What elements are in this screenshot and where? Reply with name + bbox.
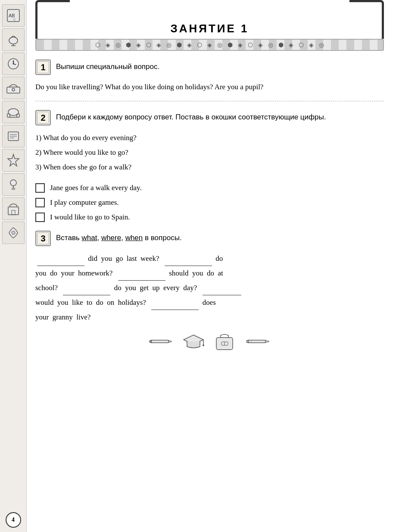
fill-line-2[interactable] — [165, 257, 212, 266]
exercise2-header: 2 Подбери к каждому вопросу ответ. Поста… — [35, 110, 384, 125]
answer-text-1: Jane goes for a walk every day. — [50, 181, 142, 195]
exercise3-what: what — [82, 234, 97, 242]
sidebar-item-4 — [2, 77, 25, 99]
svg-rect-35 — [246, 341, 249, 342]
svg-point-30 — [203, 344, 204, 346]
exercise3-when: when — [125, 234, 143, 242]
graduation-cap-icon — [183, 333, 204, 350]
exercise1-badge: 1 — [35, 59, 51, 75]
exercise3-where: where — [101, 234, 121, 242]
exercise3-header: 3 Вставь what, where, when в вопросы. — [35, 231, 384, 246]
pencil-icon — [148, 335, 174, 348]
sidebar-item-5 — [2, 101, 25, 123]
decorative-strip: ⬡◈◎⬢◈ ⬡◈◎⬢◈ ⬡◈◎⬢◈ ⬡◈◎⬢◈ ⬡◈◎ — [35, 39, 384, 51]
sidebar-item-6 — [2, 125, 25, 147]
sidebar-item-3 — [2, 53, 25, 75]
page-title: ЗАНЯТИЕ 1 — [70, 22, 349, 35]
question-list: 1) What do you do every evening? 2) Wher… — [35, 131, 384, 175]
sidebar-item-8 — [2, 173, 25, 196]
svg-point-3 — [9, 37, 18, 44]
svg-rect-34 — [247, 340, 265, 343]
sidebar-item-2 — [2, 28, 25, 51]
bottom-icons — [35, 332, 384, 355]
answer-box-2[interactable] — [35, 198, 45, 207]
main-content: ЗАНЯТИЕ 1 ⬡◈◎⬢◈ ⬡◈◎⬢◈ ⬡◈◎⬢◈ ⬡◈◎⬢◈ ⬡◈◎ 1 … — [27, 0, 396, 532]
fill-line-5[interactable] — [203, 287, 241, 295]
fill-line-1[interactable] — [37, 257, 84, 266]
svg-rect-23 — [8, 207, 19, 215]
exercise1-header: 1 Выпиши специальный вопрос. — [35, 59, 384, 75]
sidebar-item-1: AB C — [2, 4, 25, 27]
exercise3-badge: 3 — [35, 231, 51, 246]
fill-line-4[interactable] — [63, 287, 110, 295]
answer-box-3[interactable] — [35, 213, 45, 222]
sidebar-item-9 — [2, 197, 25, 220]
svg-point-9 — [12, 63, 14, 65]
sidebar-item-10 — [2, 222, 25, 244]
exercise3-instruction-prefix: Вставь — [56, 234, 82, 242]
svg-point-25 — [12, 231, 15, 235]
fill-line-3[interactable] — [118, 272, 165, 281]
exercise2-instruction: Подбери к каждому вопросу ответ. Поставь… — [56, 110, 326, 123]
fill-line-6[interactable] — [151, 301, 199, 310]
answer-list: Jane goes for a walk every day. I play c… — [35, 181, 384, 225]
frame-corner-right — [349, 0, 384, 39]
svg-rect-26 — [150, 340, 168, 343]
question-2: 2) Where would you like to go? — [35, 145, 384, 160]
eraser-icon — [245, 335, 271, 348]
strip-inner: ⬡◈◎⬢◈ ⬡◈◎⬢◈ ⬡◈◎⬢◈ ⬡◈◎⬢◈ ⬡◈◎ — [95, 41, 324, 49]
answer-item-3: I would like to go to Spain. — [35, 210, 384, 225]
answer-text-2: I play computer games. — [50, 195, 119, 210]
exercise1-text: Do you like travelling? What do you like… — [35, 80, 384, 94]
svg-text:C: C — [13, 18, 16, 22]
answer-item-1: Jane goes for a walk every day. — [35, 181, 384, 195]
answer-item-2: I play computer games. — [35, 195, 384, 210]
frame-corner-left — [35, 0, 70, 39]
frame-title-area: ЗАНЯТИЕ 1 — [70, 22, 349, 39]
question-3: 3) When does she go for a walk? — [35, 160, 384, 175]
svg-point-20 — [10, 180, 16, 186]
answer-text-3: I would like to go to Spain. — [50, 210, 130, 225]
top-frame: ЗАНЯТИЕ 1 ⬡◈◎⬢◈ ⬡◈◎⬢◈ ⬡◈◎⬢◈ ⬡◈◎⬢◈ ⬡◈◎ — [35, 0, 384, 51]
svg-rect-10 — [7, 87, 20, 93]
exercise1-instruction: Выпиши специальный вопрос. — [56, 59, 159, 72]
schoolbag-icon — [213, 332, 237, 351]
divider1 — [35, 101, 384, 101]
sidebar-item-7 — [2, 149, 25, 172]
answer-box-1[interactable] — [35, 183, 45, 193]
svg-rect-27 — [150, 341, 152, 342]
exercise2-badge: 2 — [35, 110, 51, 125]
exercise3-text: did you go last week? do you do your hom… — [35, 251, 384, 325]
exercise3-instruction: Вставь what, where, when в вопросы. — [56, 231, 182, 244]
page-number: 4 — [6, 512, 21, 528]
question-1: 1) What do you do every evening? — [35, 131, 384, 145]
sidebar: AB C — [0, 0, 27, 532]
